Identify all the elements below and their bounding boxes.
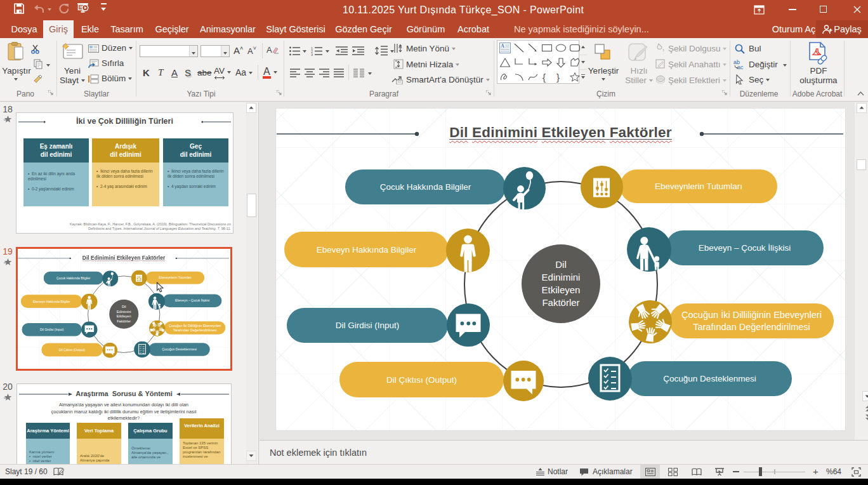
svg-text:A: A [266,45,272,55]
svg-text:A: A [398,44,402,50]
svg-text:3: 3 [311,53,313,56]
svg-text:A: A [501,43,504,49]
svg-text:ac: ac [737,64,744,70]
